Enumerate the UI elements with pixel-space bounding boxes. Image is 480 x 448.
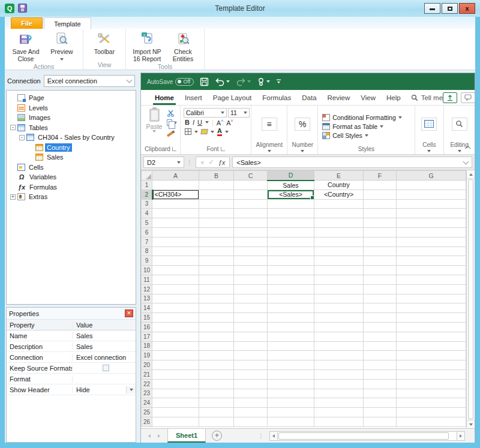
grid-cell-C22[interactable] [234,379,268,389]
grid-cell-B17[interactable] [199,332,234,341]
save-button[interactable] [200,77,209,86]
grid-cell-D20[interactable] [268,360,314,370]
connection-select[interactable]: Excel connection [44,75,135,87]
grid-cell-D19[interactable] [268,351,314,360]
grid-cell-A12[interactable] [152,284,199,294]
grid-cell-B6[interactable] [199,227,234,237]
grid-cell-E14[interactable] [314,303,364,313]
row-header-11[interactable]: 11 [142,275,152,284]
grid-cell-A9[interactable] [152,256,199,266]
format-as-table-button[interactable]: Format as Table [322,123,412,130]
close-button[interactable]: x [459,3,475,14]
grid-cell-E13[interactable] [314,294,364,303]
grid-cell-G22[interactable] [397,379,466,389]
vertical-scroll-thumb[interactable] [468,179,473,419]
excel-tab-formulas[interactable]: Formulas [257,90,296,105]
column-header-C[interactable]: C [234,171,268,181]
row-header-10[interactable]: 10 [142,266,152,275]
grid-cell-E1[interactable]: Country [314,181,364,190]
excel-tab-page-layout[interactable]: Page Layout [208,90,257,105]
import-np16-report-button[interactable]: x Import NP 16 Report [130,31,164,62]
cut-button[interactable] [167,109,177,117]
grid-cell-D21[interactable] [268,369,314,379]
grid-cell-A15[interactable] [152,313,199,323]
excel-tab-home[interactable]: Home [149,90,179,105]
grid-cell-A2[interactable]: <CH304> [152,190,199,199]
grid-cell-A20[interactable] [152,360,199,370]
grid-cell-G25[interactable] [397,408,466,417]
grid-cell-G19[interactable] [397,351,466,360]
grid-cell-E6[interactable] [314,227,364,237]
collapse-icon[interactable]: - [10,125,16,130]
grid-cell-B5[interactable] [199,218,234,228]
excel-tab-help[interactable]: Help [381,90,406,105]
row-header-14[interactable]: 14 [142,303,152,313]
grid-cell-F19[interactable] [364,351,397,360]
grid-cell-D9[interactable] [268,256,314,266]
grid-cell-B12[interactable] [199,284,234,294]
tree-item-tables[interactable]: -Tables [7,123,136,133]
next-sheet-icon[interactable] [158,434,160,438]
grid-cell-E3[interactable] [314,199,364,209]
grid-cell-G16[interactable] [397,322,466,332]
grid-cell-G2[interactable] [397,190,466,199]
grid-cell-A22[interactable] [152,379,199,389]
name-box[interactable]: D2 [143,157,184,168]
grid-cell-D8[interactable] [268,246,314,256]
grid-cell-D25[interactable] [268,408,314,417]
grid-cell-C17[interactable] [234,332,268,341]
grid-cell-F17[interactable] [364,332,397,341]
sheetbar-splitter[interactable]: ⋮ [258,432,265,439]
property-row-format[interactable]: Format [7,374,136,384]
grid-cell-E7[interactable] [314,237,364,246]
grid-cell-D14[interactable] [268,303,314,313]
excel-tab-data[interactable]: Data [296,90,322,105]
property-row-keep-source-formats[interactable]: Keep Source Formats [7,363,136,374]
grid-cell-A24[interactable] [152,398,199,408]
grid-cell-C2[interactable] [234,190,268,199]
grid-cell-B9[interactable] [199,256,234,266]
italic-button[interactable]: I [193,119,194,126]
property-row-show-header[interactable]: Show HeaderHide [7,384,136,395]
minimize-button[interactable] [424,3,440,14]
grid-cell-G12[interactable] [397,284,466,294]
grid-cell-B14[interactable] [199,303,234,313]
scroll-right-icon[interactable] [457,431,465,441]
undo-button[interactable] [215,77,230,86]
cells-group-label[interactable]: Cells [422,142,436,148]
maximize-button[interactable] [442,3,458,14]
grid-cell-G10[interactable] [397,266,466,275]
grid-cell-A19[interactable] [152,351,199,360]
prev-sheet-icon[interactable] [148,434,151,438]
grid-cell-C12[interactable] [234,284,268,294]
grid-cell-G1[interactable] [397,181,466,190]
grid-cell-F22[interactable] [364,379,397,389]
grid-cell-E2[interactable]: <Country> [314,190,364,199]
grid-cell-A23[interactable] [152,389,199,398]
grid-cell-B10[interactable] [199,266,234,275]
grid-cell-A16[interactable] [152,322,199,332]
add-sheet-button[interactable]: + [212,431,222,441]
grid-cell-G4[interactable] [397,209,466,218]
font-name-combo[interactable]: Calibri [184,108,227,118]
font-dialog-launcher[interactable] [221,147,225,151]
grid-cell-F3[interactable] [364,199,397,209]
grid-cell-D22[interactable] [268,379,314,389]
grid-cell-C7[interactable] [234,237,268,246]
grid-cell-B13[interactable] [199,294,234,303]
grid-cell-E8[interactable] [314,246,364,256]
font-size-combo[interactable]: 11 [228,108,250,118]
excel-tab-insert[interactable]: Insert [179,90,208,105]
tree-item-page[interactable]: Page [7,93,136,103]
column-header-A[interactable]: A [152,171,199,181]
number-group-label[interactable]: Number [292,142,313,148]
property-value[interactable] [73,365,136,371]
grid-cell-B24[interactable] [199,398,234,408]
dropdown-button[interactable] [126,386,136,393]
grid-cell-A21[interactable] [152,369,199,379]
grid-cell-F1[interactable] [364,181,397,190]
grid-cell-E16[interactable] [314,322,364,332]
grid-cell-A4[interactable] [152,209,199,218]
grid-cell-C24[interactable] [234,398,268,408]
grid-cell-A1[interactable] [152,181,199,190]
